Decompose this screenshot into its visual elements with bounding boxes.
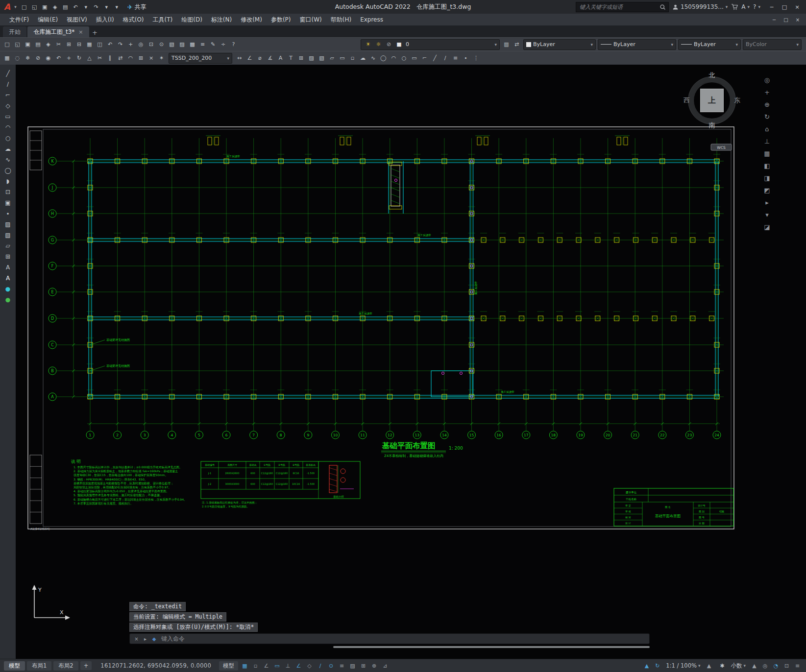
command-recent-icon[interactable]: ▸ (142, 635, 149, 643)
tab-start[interactable]: 开始 (3, 26, 26, 37)
lineweight-combo[interactable]: ByLayer ▾ (678, 39, 741, 50)
menu-format[interactable]: 格式(O) (119, 14, 148, 25)
command-customize-icon[interactable]: ◆ (150, 635, 158, 643)
revision-cloud-icon[interactable]: ☁ (358, 53, 367, 63)
layer-off-icon[interactable]: ◌ (13, 53, 22, 63)
region-tool-icon[interactable]: ▱ (3, 241, 13, 250)
layer-on-icon[interactable]: ☀ (364, 40, 373, 49)
view-compass[interactable]: 北 南 西 东 上 (683, 72, 741, 129)
dim-radius-icon[interactable]: ⌀ (255, 53, 265, 63)
clean-screen-icon[interactable]: ⊡ (782, 661, 791, 671)
ortho-mode-icon[interactable]: ⊥ (283, 661, 293, 671)
wipeout-icon[interactable]: ▫ (348, 53, 357, 63)
fillet-icon[interactable]: ◠ (126, 53, 135, 63)
open-icon[interactable]: ◱ (30, 2, 39, 12)
search-icon[interactable] (659, 4, 666, 10)
menu-draw[interactable]: 绘图(D) (177, 14, 207, 25)
point-style-icon[interactable]: ● (3, 284, 13, 293)
hatch-icon[interactable]: ▨ (307, 53, 316, 63)
arc-icon[interactable]: ◠ (389, 53, 398, 63)
save-icon[interactable]: ▣ (23, 40, 32, 49)
rectangle-tool-icon[interactable]: ▭ (3, 112, 13, 121)
isolate-objects-icon[interactable]: ◎ (760, 661, 770, 671)
plot-icon[interactable]: ▤ (33, 40, 43, 49)
doc-close-button[interactable]: × (792, 15, 803, 24)
open-file-icon[interactable]: ◱ (13, 40, 22, 49)
tssd-combo-arrow-icon[interactable]: ▾ (227, 56, 229, 61)
redo-icon[interactable]: ↷ (116, 40, 125, 49)
section-plane-icon[interactable]: ◨ (762, 173, 772, 183)
horizontal-scrollbar[interactable] (333, 646, 650, 648)
object-snap-icon[interactable]: ⊙ (326, 661, 336, 671)
menu-dimension[interactable]: 标注(N) (207, 14, 236, 25)
menu-tools[interactable]: 工具(T) (148, 14, 177, 25)
layer-lock-icon[interactable]: ⊘ (384, 40, 393, 49)
rotate-icon[interactable]: ↻ (74, 53, 84, 63)
xline-tool-icon[interactable]: ∕ (3, 79, 13, 89)
selection-cycling-icon[interactable]: ⊞ (359, 661, 368, 671)
sheet-set-manager-icon[interactable]: ≡ (198, 40, 207, 49)
layer-combo-arrow-icon[interactable]: ▾ (494, 42, 497, 47)
layer-current-icon[interactable]: ◉ (44, 53, 53, 63)
isometric-drafting-icon[interactable]: ◇ (305, 661, 314, 671)
doc-restore-button[interactable]: □ (781, 15, 791, 24)
menu-modify[interactable]: 修改(M) (236, 14, 267, 25)
layer-thaw-icon[interactable]: ☼ (374, 40, 383, 49)
drawing-canvas[interactable]: 123456789101112131415161718192021222324K… (16, 65, 806, 659)
zoom-previous-icon[interactable]: ⊙ (157, 40, 166, 49)
search-box[interactable] (576, 2, 669, 12)
transparency-icon[interactable]: ▨ (348, 661, 357, 671)
layer-previous-icon[interactable]: ↶ (54, 53, 63, 63)
search-input[interactable] (579, 3, 657, 10)
quick-calc-icon[interactable]: ÷ (219, 40, 228, 49)
gradient-icon[interactable]: ▧ (317, 53, 326, 63)
mtext-tool-icon[interactable]: A (3, 263, 13, 272)
autoscale-icon[interactable]: ↻ (653, 661, 662, 671)
gradient-tool-icon[interactable]: ▧ (3, 230, 13, 240)
multiline-icon[interactable]: ≡ (451, 53, 460, 63)
compass-east[interactable]: 东 (734, 96, 740, 105)
line-tool-icon[interactable]: ╱ (3, 69, 13, 78)
nav-settings-icon[interactable]: ▾ (762, 210, 772, 219)
undo-dropdown-icon[interactable]: ▾ (81, 2, 91, 12)
text-style-icon[interactable]: A (3, 273, 13, 283)
snap-mode-icon[interactable]: ▫ (251, 661, 260, 671)
redo-icon[interactable]: ↷ (92, 2, 101, 12)
plot-icon[interactable]: ▤ (61, 2, 70, 12)
tab-close-icon[interactable]: × (78, 29, 83, 35)
mirror-icon[interactable]: ⇄ (116, 53, 125, 63)
saveas-icon[interactable]: ◈ (50, 2, 60, 12)
erase-icon[interactable]: × (147, 53, 156, 63)
autodesk-app-menu[interactable]: A ▾ (741, 3, 750, 10)
polar-tracking-icon[interactable]: ∠ (294, 661, 303, 671)
redo-dropdown-icon[interactable]: ▾ (102, 2, 111, 12)
table-icon[interactable]: ⊞ (296, 53, 306, 63)
layout2-tab[interactable]: 布局2 (53, 661, 78, 671)
new-tab-button[interactable]: + (90, 27, 100, 37)
linetype-combo-arrow-icon[interactable]: ▾ (671, 42, 673, 47)
customization-icon[interactable]: ≡ (793, 661, 802, 671)
dim-angular-icon[interactable]: ∡ (266, 53, 275, 63)
layer-combo[interactable]: ☀☼⊘■ 0 ▾ (361, 39, 500, 50)
scale-icon[interactable]: △ (85, 53, 94, 63)
arc-tool-icon[interactable]: ◠ (3, 122, 13, 132)
menu-express[interactable]: Express (356, 14, 388, 25)
menu-file[interactable]: 文件(F) (5, 14, 33, 25)
array-icon[interactable]: ⊞ (136, 53, 146, 63)
qnew-icon[interactable]: □ (20, 2, 29, 12)
graphics-performance-icon[interactable]: ◔ (771, 661, 781, 671)
object-snap-tracking-icon[interactable]: ∕ (316, 661, 325, 671)
measure-icon[interactable]: ◪ (762, 222, 772, 232)
switch-annotation-icon[interactable]: ▲ (704, 661, 713, 671)
spline-icon[interactable]: ∿ (368, 53, 378, 63)
ucs-world-icon[interactable]: ⊥ (762, 137, 772, 146)
command-close-icon[interactable]: × (133, 635, 140, 643)
camera-icon[interactable]: ◩ (762, 186, 772, 195)
undo-icon[interactable]: ↶ (105, 40, 115, 49)
color-combo-arrow-icon[interactable]: ▾ (590, 42, 593, 47)
compass-west[interactable]: 西 (684, 96, 690, 105)
infer-constraints-icon[interactable]: ∠ (262, 661, 271, 671)
linetype-combo[interactable]: ByLayer ▾ (598, 39, 676, 50)
layout1-tab[interactable]: 布局1 (27, 661, 51, 671)
annotation-monitor-icon[interactable]: ▲ (750, 661, 759, 671)
